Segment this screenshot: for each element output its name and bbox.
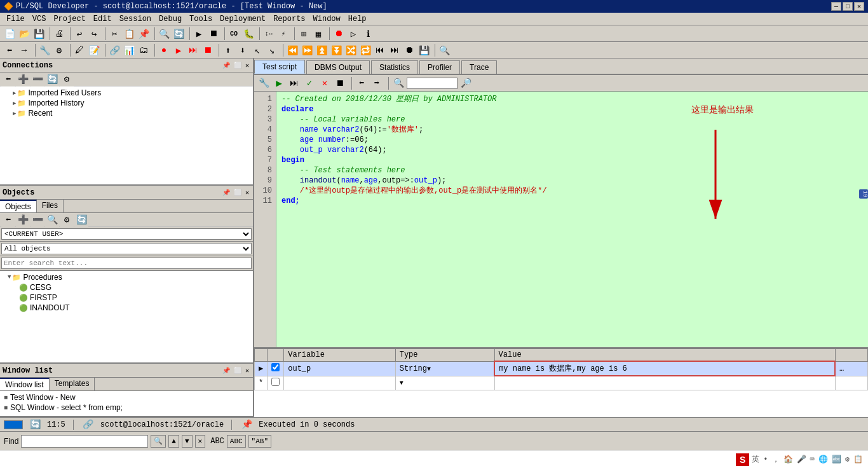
table-button[interactable]: ▦ [311,27,325,41]
conn-tree-item[interactable]: ▶📁Imported Fixed Users [1,88,252,98]
tb2-btn20[interactable]: ⏫ [315,43,329,57]
obj-back-btn[interactable]: ⬅ [1,213,15,227]
menu-tools[interactable]: Tools [186,14,216,24]
all-objects-dropdown[interactable]: All objects [1,243,252,254]
menu-edit[interactable]: Edit [90,14,116,24]
wl-pin-button[interactable]: 📌 [221,367,231,375]
tb2-btn7[interactable]: 🔗 [107,43,121,57]
play-button[interactable]: ▷ [346,27,360,41]
connections-expand-button[interactable]: ⬜ [233,62,243,69]
tb2-btn5[interactable]: 🖊 [72,43,86,57]
window-list-item[interactable]: ■SQL Window - select * from emp; [1,403,252,413]
type-dropdown[interactable]: ▼ [427,366,431,373]
window-list-item[interactable]: ■Test Window - New [1,392,252,403]
tab-trace[interactable]: Trace [461,60,497,74]
obj-remove-btn[interactable]: ➖ [31,213,44,227]
undo-button[interactable]: ↩ [72,27,86,41]
minimize-button[interactable]: — [831,2,841,11]
current-user-dropdown[interactable]: <CURRENT USER> [1,228,252,240]
status-refresh-btn[interactable]: 🔄 [28,418,42,432]
objects-search-input[interactable] [1,258,252,269]
code-editor[interactable]: 1234567891011 -- Created on 2018/12/30 星… [254,92,868,347]
tab-window-list[interactable]: Window list [0,378,50,390]
row-check[interactable] [268,361,284,376]
conn-settings-btn[interactable]: ⚙ [60,72,74,86]
tb2-btn25[interactable]: ⏭ [388,43,402,57]
conn-remove-btn[interactable]: ➖ [31,72,44,86]
info-button[interactable]: ℹ [361,27,375,41]
find-regex-btn[interactable]: "AB" [248,435,271,448]
menu-project[interactable]: Project [50,14,89,24]
menu-debug[interactable]: Debug [155,14,186,24]
obj-refresh-btn[interactable]: 🔄 [74,213,88,227]
objects-pin-button[interactable]: 📌 [221,189,231,196]
find-clear-btn[interactable]: ✕ [195,435,206,448]
tb2-btn27[interactable]: 💾 [417,43,431,57]
conn-add-btn[interactable]: ➕ [16,72,30,86]
tb2-btn8[interactable]: 📊 [122,43,136,57]
tb2-btn10[interactable]: ● [157,43,171,57]
status-conn-btn[interactable]: 🔗 [81,418,95,432]
close-button[interactable]: ✕ [854,2,864,11]
wl-expand-button[interactable]: ⬜ [233,367,243,375]
record-button[interactable]: ⏺ [332,27,346,41]
connections-close-button[interactable]: ✕ [244,62,250,69]
menu-help[interactable]: Help [344,14,370,24]
cut-button[interactable]: ✂ [107,27,121,41]
maximize-button[interactable]: □ [843,2,853,11]
wl-close-button[interactable]: ✕ [244,367,250,375]
tb2-btn21[interactable]: ⏬ [329,43,343,57]
code-content[interactable]: -- Created on 2018/12/30 星期日 by ADMINIST… [276,92,868,347]
row-play-btn[interactable]: ▶ [255,361,268,376]
tb2-btn28[interactable]: 🔍 [437,43,451,57]
tb2-btn9[interactable]: 🗂 [137,43,151,57]
tab-templates[interactable]: Templates [50,378,95,390]
tb2-btn6[interactable]: 📝 [87,43,101,57]
tb2-btn4[interactable]: ⚙ [52,43,66,57]
tb2-btn13[interactable]: ⏹ [201,43,215,57]
tb2-btn3[interactable]: 🔧 [37,43,51,57]
tab-objects[interactable]: Objects [0,200,37,212]
commit-btn[interactable]: ✓ [302,76,316,90]
obj-tree-item[interactable]: 🟢CESG [1,282,252,292]
tb2-btn22[interactable]: 🔀 [344,43,358,57]
find-abc-btn[interactable]: ABC [227,435,246,448]
menu-window[interactable]: Window [309,14,344,24]
debug-button[interactable]: 🐛 [241,27,255,41]
new-row-check[interactable] [268,376,284,390]
connections-pin-button[interactable]: 📌 [221,62,231,69]
tb2-btn26[interactable]: ⏺ [402,43,416,57]
run-script-btn[interactable]: ▶ [272,76,286,90]
conn-back-btn[interactable]: ⬅ [1,72,15,86]
conn-tree-item[interactable]: ▶📁Recent [1,108,252,118]
obj-add-btn[interactable]: ➕ [16,213,30,227]
find-button[interactable]: 🔍 [157,27,171,41]
tb2-btn12[interactable]: ⏭ [186,43,200,57]
tb2-btn19[interactable]: ⏩ [300,43,314,57]
find-input[interactable] [21,435,148,448]
prev-result-btn[interactable]: ⬅ [355,76,369,90]
tb2-btn17[interactable]: ↘ [265,43,279,57]
save-button[interactable]: 💾 [32,27,46,41]
tb2-btn23[interactable]: 🔁 [358,43,372,57]
grid-button[interactable]: ⊞ [297,27,311,41]
tab-files[interactable]: Files [37,200,64,212]
step-btn[interactable]: ⏭ [287,76,301,90]
explain-button[interactable]: ⚡ [276,27,290,41]
next-result-btn[interactable]: ➡ [370,76,384,90]
menu-deployment[interactable]: Deployment [216,14,269,24]
tb2-btn1[interactable]: ⬅ [3,43,17,57]
find-down-btn[interactable]: ▼ [182,435,193,448]
menu-session[interactable]: Session [116,14,155,24]
objects-close-button[interactable]: ✕ [244,189,250,196]
tb2-btn11[interactable]: ▶ [172,43,186,57]
replace-button[interactable]: 🔄 [172,27,186,41]
status-pin-btn[interactable]: 📌 [240,418,254,432]
find-search-btn[interactable]: 🔍 [151,435,166,448]
menu-reports[interactable]: Reports [269,14,309,24]
run-button[interactable]: ▶ [192,27,206,41]
compile-button[interactable]: CO [227,27,241,41]
tb2-btn18[interactable]: ⏪ [285,43,299,57]
print-button[interactable]: 🖨 [52,27,66,41]
rollback-btn[interactable]: ✕ [318,76,332,90]
